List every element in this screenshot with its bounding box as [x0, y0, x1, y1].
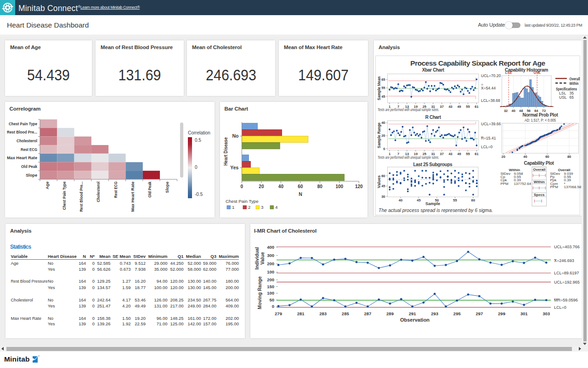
svg-text:UCL=403.766: UCL=403.766 [554, 245, 580, 249]
svg-text:60: 60 [381, 174, 385, 178]
svg-text:55: 55 [453, 198, 457, 202]
svg-text:USL: USL [533, 71, 541, 75]
svg-text:142.00: 142.00 [187, 321, 201, 326]
svg-text:0: 0 [92, 321, 95, 326]
svg-text:100: 100 [267, 290, 274, 296]
svg-text:60: 60 [298, 184, 303, 189]
svg-text:Tests are performed with unequ: Tests are performed with unequal sample … [378, 107, 439, 112]
svg-text:45: 45 [381, 184, 385, 188]
svg-text:49: 49 [457, 105, 461, 109]
svg-text:R Chart: R Chart [425, 115, 441, 120]
svg-text:-0.5: -0.5 [195, 192, 203, 197]
svg-text:202.00: 202.00 [226, 316, 239, 321]
svg-text:0: 0 [92, 279, 95, 284]
svg-text:9.512: 9.512 [135, 261, 146, 266]
svg-text:Chest Pain Type: Chest Pain Type [9, 121, 37, 126]
svg-text:195.00: 195.00 [226, 321, 239, 326]
svg-text:18.77: 18.77 [135, 285, 146, 290]
svg-text:100: 100 [335, 184, 343, 189]
svg-text:Q3: Q3 [210, 254, 216, 259]
svg-text:44.250: 44.250 [170, 261, 183, 266]
svg-text:2: 2 [248, 205, 250, 210]
svg-text:Age: Age [45, 181, 50, 189]
svg-text:37: 37 [440, 105, 444, 109]
svg-text:61: 61 [475, 152, 478, 156]
svg-text:50: 50 [269, 297, 274, 302]
svg-text:4: 4 [275, 205, 278, 210]
svg-text:Max Heart Rate: Max Heart Rate [130, 181, 135, 212]
svg-text:180.00: 180.00 [226, 279, 239, 284]
svg-text:Old Peak: Old Peak [21, 164, 37, 169]
svg-text:100: 100 [267, 269, 274, 274]
svg-text:StDev: StDev [133, 254, 146, 259]
svg-text:LCL=0: LCL=0 [554, 305, 566, 310]
svg-text:80: 80 [567, 155, 571, 159]
svg-text:20: 20 [259, 184, 264, 189]
svg-text:Q1: Q1 [178, 254, 184, 259]
svg-text:285: 285 [342, 311, 350, 316]
svg-text:409.00: 409.00 [226, 303, 239, 308]
svg-text:Median: Median [186, 254, 201, 259]
svg-text:130.00: 130.00 [187, 285, 201, 290]
svg-text:Rest ECG: Rest ECG [113, 181, 118, 198]
svg-text:SE Mean: SE Mean [113, 254, 131, 259]
svg-text:Normal Prob Plot: Normal Prob Plot [523, 112, 559, 117]
svg-text:249.00: 249.00 [187, 303, 201, 308]
svg-text:LCL=89.6197: LCL=89.6197 [554, 271, 579, 275]
svg-text:Rest Blood Pre...: Rest Blood Pre... [79, 181, 84, 212]
svg-text:X=54.44: X=54.44 [481, 86, 496, 90]
svg-text:139: 139 [79, 267, 86, 272]
svg-text:20: 20 [502, 155, 505, 159]
svg-text:242.64: 242.64 [97, 297, 110, 302]
svg-text:56.626: 56.626 [97, 267, 110, 272]
svg-text:49.49: 49.49 [135, 303, 146, 308]
svg-text:65: 65 [570, 95, 574, 100]
svg-text:1: 1 [232, 205, 234, 210]
svg-text:293: 293 [431, 311, 438, 316]
svg-text:Within: Within [570, 81, 579, 86]
svg-text:129.25: 129.25 [97, 279, 110, 284]
svg-text:148.25: 148.25 [170, 316, 183, 321]
svg-text:0: 0 [241, 184, 243, 189]
svg-text:303: 303 [543, 311, 550, 316]
svg-text:164: 164 [79, 316, 86, 321]
svg-text:Maximum: Maximum [219, 254, 239, 259]
svg-text:120.00: 120.00 [170, 279, 183, 284]
svg-text:284.00: 284.00 [203, 303, 216, 308]
svg-text:130.00: 130.00 [187, 279, 201, 284]
svg-text:200: 200 [267, 277, 274, 282]
svg-text:140.00: 140.00 [203, 279, 216, 284]
svg-text:200.00: 200.00 [226, 285, 239, 290]
svg-text:32: 32 [504, 109, 508, 113]
svg-text:287: 287 [364, 311, 371, 316]
svg-text:295: 295 [453, 311, 461, 316]
svg-text:43: 43 [448, 152, 452, 156]
svg-text:234.50: 234.50 [187, 297, 201, 302]
svg-text:164: 164 [79, 261, 86, 266]
svg-text:289: 289 [386, 311, 394, 316]
svg-text:1.50: 1.50 [122, 316, 131, 321]
svg-text:0.673: 0.673 [120, 267, 131, 272]
svg-text:45: 45 [417, 198, 420, 202]
svg-text:Last 25 Subgroups: Last 25 Subgroups [413, 162, 453, 167]
svg-text:Sample Mean: Sample Mean [377, 77, 381, 100]
svg-text:19.20: 19.20 [135, 316, 146, 321]
svg-text:134.57: 134.57 [97, 285, 110, 290]
svg-text:R=15.41: R=15.41 [481, 136, 496, 140]
svg-text:172.00: 172.00 [203, 316, 216, 321]
svg-text:Chest Pain Type: Chest Pain Type [62, 181, 67, 210]
svg-text:Moving Range: Moving Range [257, 276, 262, 309]
svg-text:150: 150 [267, 284, 274, 289]
svg-text:Slope: Slope [26, 173, 38, 178]
svg-text:0: 0 [92, 297, 95, 302]
svg-text:100.00: 100.00 [154, 285, 167, 290]
svg-text:40: 40 [278, 184, 284, 189]
svg-text:80: 80 [317, 184, 323, 189]
svg-text:59.000: 59.000 [203, 261, 216, 266]
svg-text:126.00: 126.00 [154, 297, 167, 302]
svg-text:65: 65 [381, 78, 385, 82]
svg-text:0: 0 [92, 285, 95, 290]
svg-text:UCL=70.20: UCL=70.20 [481, 73, 501, 78]
svg-text:3: 3 [261, 205, 264, 210]
svg-text:60: 60 [545, 155, 549, 159]
